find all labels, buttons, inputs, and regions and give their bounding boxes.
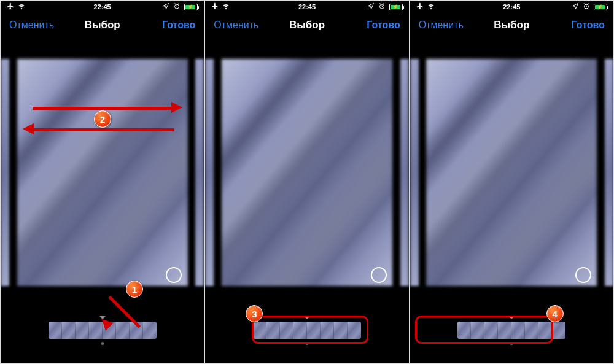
live-photo-indicator-icon[interactable] xyxy=(371,267,387,283)
cancel-button[interactable]: Отменить xyxy=(419,20,464,31)
annotation-badge: 4 xyxy=(546,305,564,322)
location-icon xyxy=(367,2,375,11)
status-bar: 22:45 ⚡ xyxy=(1,1,204,13)
annotation-highlight xyxy=(415,316,553,344)
scrubber-dot-icon xyxy=(101,342,104,345)
frame-thumb[interactable] xyxy=(49,322,62,339)
frame-thumb[interactable] xyxy=(116,322,130,339)
wifi-icon xyxy=(18,2,25,11)
annotation-highlight xyxy=(252,316,368,344)
wifi-icon xyxy=(222,2,230,11)
photo-preview[interactable] xyxy=(426,59,597,286)
cancel-button[interactable]: Отменить xyxy=(9,20,54,31)
status-bar: 22:45 ⚡ xyxy=(410,1,613,13)
airplane-icon xyxy=(211,2,219,11)
battery-charging-icon: ⚡ xyxy=(594,4,607,10)
annotation-badge: 2 xyxy=(94,110,111,128)
done-button[interactable]: Готово xyxy=(367,20,400,31)
photo-preview[interactable] xyxy=(222,59,392,286)
battery-charging-icon: ⚡ xyxy=(184,4,198,10)
screen-3: 22:45 ⚡ Отменить Выбор Готово xyxy=(410,0,614,364)
nav-bar: Отменить Выбор Готово xyxy=(410,13,613,37)
frame-thumb[interactable] xyxy=(62,322,76,339)
status-bar: 22:45 ⚡ xyxy=(205,1,408,13)
done-button[interactable]: Готово xyxy=(162,20,195,31)
alarm-icon xyxy=(583,2,590,11)
frame-thumb[interactable] xyxy=(143,322,157,339)
nav-bar: Отменить Выбор Готово xyxy=(205,13,408,37)
screen-2: 22:45 ⚡ Отменить Выбор Готово xyxy=(204,0,409,364)
airplane-icon xyxy=(416,2,424,11)
screen-1: 22:45 ⚡ Отменить Выбор Готово xyxy=(0,0,204,364)
alarm-icon xyxy=(378,2,386,11)
photo-preview[interactable] xyxy=(17,59,188,286)
location-icon xyxy=(162,2,169,11)
nav-bar: Отменить Выбор Готово xyxy=(1,13,204,37)
live-photo-indicator-icon[interactable] xyxy=(575,267,591,283)
frame-thumb[interactable] xyxy=(76,322,89,339)
location-icon xyxy=(572,2,579,11)
done-button[interactable]: Готово xyxy=(572,20,605,31)
airplane-icon xyxy=(7,2,14,11)
alarm-icon xyxy=(173,2,181,11)
annotation-badge: 1 xyxy=(126,281,143,298)
frame-thumb[interactable] xyxy=(552,322,565,339)
cancel-button[interactable]: Отменить xyxy=(214,20,258,31)
wifi-icon xyxy=(427,2,435,11)
battery-charging-icon: ⚡ xyxy=(389,4,403,10)
